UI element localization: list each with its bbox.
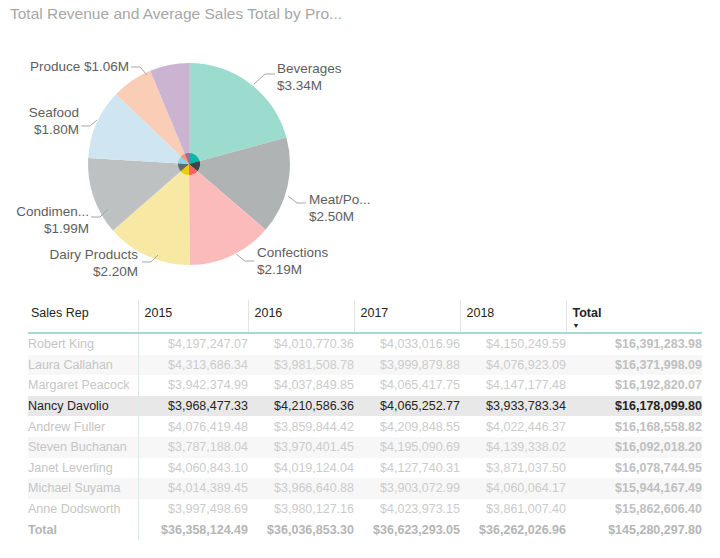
column-header-2018[interactable]: 2018 [460,300,566,333]
column-header-2017[interactable]: 2017 [354,300,460,333]
cell-2018: $4,147,177.48 [460,375,566,396]
leader-line-confections [236,254,254,261]
pie-label-category: Condimen... [5,203,89,220]
total-row-label: Total [28,519,138,540]
pie-label-condiments: Condimen... $1.99M [5,203,89,237]
sales-rep-name: Robert King [28,333,138,355]
sales-rep-name: Margaret Peacock [28,375,138,396]
total-cell-2016: $36,036,853.30 [248,519,354,540]
cell-2016: $3,981,508.78 [248,355,354,376]
cell-2016: $3,859,844.42 [248,416,354,437]
pie-label-category: Seafood [5,104,79,121]
cell-2016: $3,970,401.45 [248,437,354,458]
table-row-selected[interactable]: Nancy Davolio $3,968,477.33 $4,210,586.3… [28,396,702,417]
leader-line-meat [288,196,306,203]
sales-rep-name: Michael Suyama [28,478,138,499]
table-row[interactable]: Michael Suyama $4,014,389.45 $3,966,640.… [28,478,702,499]
pie-inner-ring [178,153,200,175]
column-header-2015[interactable]: 2015 [138,300,248,333]
table-row[interactable]: Margaret Peacock $3,942,374.99 $4,037,84… [28,375,702,396]
table-row[interactable]: Laura Callahan $4,313,686.34 $3,981,508.… [28,355,702,376]
table-row[interactable]: Steven Buchanan $3,787,188.04 $3,970,401… [28,437,702,458]
cell-2018: $3,871,037.50 [460,458,566,479]
pie-label-produce: Produce $1.06M [24,58,129,75]
pie-label-value: $2.19M [257,261,328,278]
cell-total: $16,178,099.80 [566,396,702,417]
pie-label-category: Meat/Po... [309,191,371,208]
cell-2018: $3,933,783.34 [460,396,566,417]
cell-2017: $4,209,848.55 [354,416,460,437]
pie-label-dairy-products: Dairy Products $2.20M [28,246,138,280]
total-cell-grand-total: $145,280,297.80 [566,519,702,540]
cell-total: $15,862,606.40 [566,499,702,520]
cell-2017: $3,999,879.88 [354,355,460,376]
column-header-2016[interactable]: 2016 [248,300,354,333]
pie-label-category: Confections [257,244,328,261]
pie-label-value: $1.99M [5,220,89,237]
pie-label-seafood: Seafood $1.80M [5,104,79,138]
cell-2016: $4,019,124.04 [248,458,354,479]
pie-label-category: Beverages [277,60,342,77]
pie-label-confections: Confections $2.19M [257,244,328,278]
sales-rep-name: Anne Dodsworth [28,499,138,520]
pie-label-category: Dairy Products [28,246,138,263]
leader-line-beverages [254,74,275,84]
cell-total: $15,944,167.49 [566,478,702,499]
pie-label-meat-poultry: Meat/Po... $2.50M [309,191,371,225]
sort-descending-icon: ▼ [573,322,703,329]
cell-2015: $3,968,477.33 [138,396,248,417]
cell-2018: $4,060,064.17 [460,478,566,499]
cell-total: $16,168,558.82 [566,416,702,437]
cell-2017: $4,065,417.75 [354,375,460,396]
cell-2018: $3,861,007.40 [460,499,566,520]
cell-total: $16,391,283.98 [566,333,702,355]
cell-2017: $4,195,090.69 [354,437,460,458]
cell-total: $16,371,998.09 [566,355,702,376]
cell-2015: $4,060,843.10 [138,458,248,479]
table-row[interactable]: Janet Leverling $4,060,843.10 $4,019,124… [28,458,702,479]
cell-2015: $4,014,389.45 [138,478,248,499]
cell-2016: $3,980,127.16 [248,499,354,520]
cell-total: $16,078,744.95 [566,458,702,479]
cell-2016: $3,966,640.88 [248,478,354,499]
pie-label-value: $2.20M [28,263,138,280]
cell-2015: $3,787,188.04 [138,437,248,458]
pie-label-value: $3.34M [277,77,342,94]
table-total-row: Total $36,358,124.49 $36,036,853.30 $36,… [28,519,702,540]
cell-2018: $4,076,923.09 [460,355,566,376]
cell-2016: $4,210,586.36 [248,396,354,417]
sales-rep-name: Andrew Fuller [28,416,138,437]
table-row[interactable]: Robert King $4,197,247.07 $4,010,770.36 … [28,333,702,355]
table-header-row: Sales Rep 2015 2016 2017 2018 Total ▼ [28,300,702,333]
cell-2017: $4,065,252.77 [354,396,460,417]
sales-rep-name: Nancy Davolio [28,396,138,417]
sales-rep-name: Laura Callahan [28,355,138,376]
cell-2015: $4,076,419.48 [138,416,248,437]
pie-label-value: $1.80M [5,121,79,138]
sales-rep-name: Janet Leverling [28,458,138,479]
cell-2018: $4,150,249.59 [460,333,566,355]
table-row[interactable]: Anne Dodsworth $3,997,498.69 $3,980,127.… [28,499,702,520]
leader-line-seafood [81,120,97,126]
cell-2016: $4,010,770.36 [248,333,354,355]
cell-2015: $4,313,686.34 [138,355,248,376]
cell-2015: $3,997,498.69 [138,499,248,520]
total-cell-2015: $36,358,124.49 [138,519,248,540]
table-row[interactable]: Andrew Fuller $4,076,419.48 $3,859,844.4… [28,416,702,437]
pie-label-category: Produce $1.06M [24,58,129,75]
cell-total: $16,192,820.07 [566,375,702,396]
sales-rep-name: Steven Buchanan [28,437,138,458]
column-header-total[interactable]: Total ▼ [566,300,702,333]
cell-2015: $3,942,374.99 [138,375,248,396]
cell-2017: $3,903,072.99 [354,478,460,499]
cell-2016: $4,037,849.85 [248,375,354,396]
sales-table: Sales Rep 2015 2016 2017 2018 Total ▼ Ro… [28,300,702,540]
cell-total: $16,092,018.20 [566,437,702,458]
cell-2017: $4,127,740.31 [354,458,460,479]
cell-2018: $4,139,338.02 [460,437,566,458]
cell-2015: $4,197,247.07 [138,333,248,355]
column-header-sales-rep[interactable]: Sales Rep [28,300,138,333]
cell-2017: $4,023,973.15 [354,499,460,520]
pie-label-beverages: Beverages $3.34M [277,60,342,94]
pie-label-value: $2.50M [309,208,371,225]
